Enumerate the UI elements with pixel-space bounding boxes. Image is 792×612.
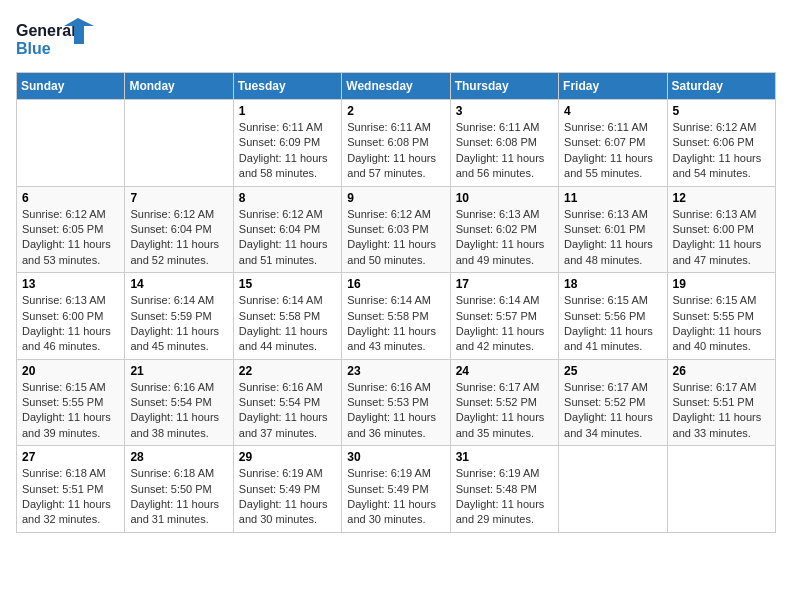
calendar-cell: 18Sunrise: 6:15 AMSunset: 5:56 PMDayligh… — [559, 273, 667, 360]
day-number: 18 — [564, 277, 661, 291]
day-number: 14 — [130, 277, 227, 291]
day-info: Sunrise: 6:17 AMSunset: 5:51 PMDaylight:… — [673, 380, 770, 442]
day-info: Sunrise: 6:11 AMSunset: 6:08 PMDaylight:… — [347, 120, 444, 182]
calendar-cell: 19Sunrise: 6:15 AMSunset: 5:55 PMDayligh… — [667, 273, 775, 360]
day-number: 4 — [564, 104, 661, 118]
day-info: Sunrise: 6:17 AMSunset: 5:52 PMDaylight:… — [456, 380, 553, 442]
calendar-table: SundayMondayTuesdayWednesdayThursdayFrid… — [16, 72, 776, 533]
day-info: Sunrise: 6:13 AMSunset: 6:02 PMDaylight:… — [456, 207, 553, 269]
day-info: Sunrise: 6:11 AMSunset: 6:08 PMDaylight:… — [456, 120, 553, 182]
calendar-week-row: 13Sunrise: 6:13 AMSunset: 6:00 PMDayligh… — [17, 273, 776, 360]
day-info: Sunrise: 6:14 AMSunset: 5:58 PMDaylight:… — [347, 293, 444, 355]
day-number: 30 — [347, 450, 444, 464]
logo-svg: GeneralBlue — [16, 16, 96, 60]
header-day: Saturday — [667, 73, 775, 100]
calendar-cell: 21Sunrise: 6:16 AMSunset: 5:54 PMDayligh… — [125, 359, 233, 446]
day-info: Sunrise: 6:18 AMSunset: 5:51 PMDaylight:… — [22, 466, 119, 528]
day-info: Sunrise: 6:19 AMSunset: 5:49 PMDaylight:… — [239, 466, 336, 528]
day-info: Sunrise: 6:14 AMSunset: 5:58 PMDaylight:… — [239, 293, 336, 355]
day-info: Sunrise: 6:14 AMSunset: 5:59 PMDaylight:… — [130, 293, 227, 355]
day-info: Sunrise: 6:17 AMSunset: 5:52 PMDaylight:… — [564, 380, 661, 442]
calendar-cell: 3Sunrise: 6:11 AMSunset: 6:08 PMDaylight… — [450, 100, 558, 187]
calendar-cell: 5Sunrise: 6:12 AMSunset: 6:06 PMDaylight… — [667, 100, 775, 187]
calendar-week-row: 6Sunrise: 6:12 AMSunset: 6:05 PMDaylight… — [17, 186, 776, 273]
day-info: Sunrise: 6:12 AMSunset: 6:05 PMDaylight:… — [22, 207, 119, 269]
calendar-cell: 12Sunrise: 6:13 AMSunset: 6:00 PMDayligh… — [667, 186, 775, 273]
day-number: 3 — [456, 104, 553, 118]
day-info: Sunrise: 6:12 AMSunset: 6:04 PMDaylight:… — [130, 207, 227, 269]
day-number: 28 — [130, 450, 227, 464]
calendar-cell: 9Sunrise: 6:12 AMSunset: 6:03 PMDaylight… — [342, 186, 450, 273]
day-number: 12 — [673, 191, 770, 205]
calendar-cell: 22Sunrise: 6:16 AMSunset: 5:54 PMDayligh… — [233, 359, 341, 446]
calendar-cell — [667, 446, 775, 533]
calendar-cell: 24Sunrise: 6:17 AMSunset: 5:52 PMDayligh… — [450, 359, 558, 446]
calendar-cell: 17Sunrise: 6:14 AMSunset: 5:57 PMDayligh… — [450, 273, 558, 360]
calendar-cell: 4Sunrise: 6:11 AMSunset: 6:07 PMDaylight… — [559, 100, 667, 187]
calendar-cell: 31Sunrise: 6:19 AMSunset: 5:48 PMDayligh… — [450, 446, 558, 533]
day-info: Sunrise: 6:11 AMSunset: 6:07 PMDaylight:… — [564, 120, 661, 182]
header-row: SundayMondayTuesdayWednesdayThursdayFrid… — [17, 73, 776, 100]
day-number: 23 — [347, 364, 444, 378]
day-number: 25 — [564, 364, 661, 378]
day-number: 10 — [456, 191, 553, 205]
day-number: 5 — [673, 104, 770, 118]
day-number: 2 — [347, 104, 444, 118]
day-info: Sunrise: 6:15 AMSunset: 5:55 PMDaylight:… — [673, 293, 770, 355]
day-number: 27 — [22, 450, 119, 464]
day-number: 26 — [673, 364, 770, 378]
calendar-cell: 30Sunrise: 6:19 AMSunset: 5:49 PMDayligh… — [342, 446, 450, 533]
day-info: Sunrise: 6:16 AMSunset: 5:53 PMDaylight:… — [347, 380, 444, 442]
calendar-cell: 20Sunrise: 6:15 AMSunset: 5:55 PMDayligh… — [17, 359, 125, 446]
calendar-cell: 23Sunrise: 6:16 AMSunset: 5:53 PMDayligh… — [342, 359, 450, 446]
calendar-cell: 7Sunrise: 6:12 AMSunset: 6:04 PMDaylight… — [125, 186, 233, 273]
calendar-cell — [559, 446, 667, 533]
logo: GeneralBlue — [16, 16, 96, 60]
calendar-header: SundayMondayTuesdayWednesdayThursdayFrid… — [17, 73, 776, 100]
day-info: Sunrise: 6:14 AMSunset: 5:57 PMDaylight:… — [456, 293, 553, 355]
header-day: Monday — [125, 73, 233, 100]
day-info: Sunrise: 6:16 AMSunset: 5:54 PMDaylight:… — [130, 380, 227, 442]
calendar-cell: 2Sunrise: 6:11 AMSunset: 6:08 PMDaylight… — [342, 100, 450, 187]
day-number: 8 — [239, 191, 336, 205]
day-number: 31 — [456, 450, 553, 464]
calendar-cell: 6Sunrise: 6:12 AMSunset: 6:05 PMDaylight… — [17, 186, 125, 273]
calendar-cell: 10Sunrise: 6:13 AMSunset: 6:02 PMDayligh… — [450, 186, 558, 273]
header-day: Friday — [559, 73, 667, 100]
day-number: 19 — [673, 277, 770, 291]
day-info: Sunrise: 6:18 AMSunset: 5:50 PMDaylight:… — [130, 466, 227, 528]
day-info: Sunrise: 6:12 AMSunset: 6:04 PMDaylight:… — [239, 207, 336, 269]
day-info: Sunrise: 6:19 AMSunset: 5:49 PMDaylight:… — [347, 466, 444, 528]
day-number: 13 — [22, 277, 119, 291]
calendar-cell: 11Sunrise: 6:13 AMSunset: 6:01 PMDayligh… — [559, 186, 667, 273]
calendar-cell: 1Sunrise: 6:11 AMSunset: 6:09 PMDaylight… — [233, 100, 341, 187]
calendar-cell: 15Sunrise: 6:14 AMSunset: 5:58 PMDayligh… — [233, 273, 341, 360]
svg-text:Blue: Blue — [16, 40, 51, 57]
day-number: 17 — [456, 277, 553, 291]
page-header: GeneralBlue — [16, 16, 776, 60]
day-info: Sunrise: 6:11 AMSunset: 6:09 PMDaylight:… — [239, 120, 336, 182]
day-number: 22 — [239, 364, 336, 378]
calendar-week-row: 1Sunrise: 6:11 AMSunset: 6:09 PMDaylight… — [17, 100, 776, 187]
calendar-cell — [125, 100, 233, 187]
day-info: Sunrise: 6:13 AMSunset: 6:01 PMDaylight:… — [564, 207, 661, 269]
calendar-week-row: 27Sunrise: 6:18 AMSunset: 5:51 PMDayligh… — [17, 446, 776, 533]
calendar-cell: 29Sunrise: 6:19 AMSunset: 5:49 PMDayligh… — [233, 446, 341, 533]
calendar-cell — [17, 100, 125, 187]
header-day: Sunday — [17, 73, 125, 100]
calendar-cell: 13Sunrise: 6:13 AMSunset: 6:00 PMDayligh… — [17, 273, 125, 360]
day-info: Sunrise: 6:13 AMSunset: 6:00 PMDaylight:… — [22, 293, 119, 355]
day-info: Sunrise: 6:16 AMSunset: 5:54 PMDaylight:… — [239, 380, 336, 442]
calendar-cell: 27Sunrise: 6:18 AMSunset: 5:51 PMDayligh… — [17, 446, 125, 533]
calendar-body: 1Sunrise: 6:11 AMSunset: 6:09 PMDaylight… — [17, 100, 776, 533]
day-info: Sunrise: 6:12 AMSunset: 6:06 PMDaylight:… — [673, 120, 770, 182]
day-info: Sunrise: 6:12 AMSunset: 6:03 PMDaylight:… — [347, 207, 444, 269]
day-number: 11 — [564, 191, 661, 205]
day-number: 6 — [22, 191, 119, 205]
header-day: Thursday — [450, 73, 558, 100]
day-info: Sunrise: 6:13 AMSunset: 6:00 PMDaylight:… — [673, 207, 770, 269]
calendar-cell: 8Sunrise: 6:12 AMSunset: 6:04 PMDaylight… — [233, 186, 341, 273]
calendar-cell: 14Sunrise: 6:14 AMSunset: 5:59 PMDayligh… — [125, 273, 233, 360]
calendar-cell: 25Sunrise: 6:17 AMSunset: 5:52 PMDayligh… — [559, 359, 667, 446]
day-number: 7 — [130, 191, 227, 205]
